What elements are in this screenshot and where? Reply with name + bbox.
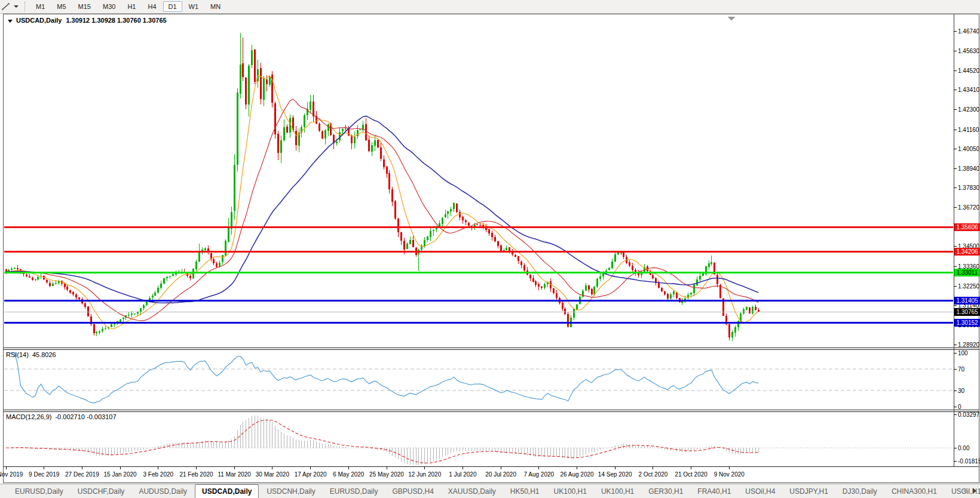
date-label: 20 Jul 2020 [485,471,516,478]
date-label: 9 Dec 2019 [29,471,59,478]
price-tick-label: 1.36720 [958,204,979,211]
price-tick-label: 1.43410 [958,87,979,93]
price-tick-label: 1.45630 [958,48,979,54]
timeframe-button-mn[interactable]: MN [205,1,226,12]
macd-axis-label: 0.032972 [958,411,980,418]
tab-hk50-h1[interactable]: HK50,H1 [504,484,546,498]
price-tick-label: 1.46740 [958,28,979,35]
tab-usdcnh-daily[interactable]: USDCNH,Daily [260,484,321,498]
tab-scroll-left-icon[interactable] [963,488,967,494]
tab-china300-h1[interactable]: CHINA300,H1 [885,484,944,498]
tab-eurusd-daily[interactable]: EURUSD,Daily [323,484,385,498]
timeframe-button-m30[interactable]: M30 [97,1,121,12]
price-tag: 1.30765 [954,308,980,316]
price-tick-label: 1.32250 [958,283,979,290]
timeframe-button-h1[interactable]: H1 [122,1,141,12]
tab-eurusd-daily[interactable]: EURUSD,Daily [8,484,70,498]
price-tag: 1.33011 [954,269,980,276]
tab-gbpusd-h4[interactable]: GBPUSD,H4 [385,484,440,498]
date-label: 11 Mar 2020 [218,471,250,478]
macd-name: MACD(12,26,9) [6,413,51,420]
date-label: 26 Aug 2020 [560,471,593,478]
timeframe-button-w1[interactable]: W1 [183,1,204,12]
timeframe-button-d1[interactable]: D1 [163,1,182,12]
tab-uk100-h1[interactable]: UK100,H1 [547,484,593,498]
date-label: 7 Aug 2020 [523,471,554,478]
chart-shift-marker-icon [728,17,735,21]
date-label: 3 Feb 2020 [143,471,173,478]
date-label: 9 Nov 2020 [714,471,745,478]
tab-scroll-arrows [963,488,976,494]
price-tag: 1.31405 [954,297,980,305]
chart-canvas[interactable] [0,0,980,498]
tab-uk100-h1[interactable]: UK100,H1 [595,484,641,498]
price-tag: 1.34206 [954,248,980,256]
chart-ohlc-values: 1.30912 1.30928 1.30760 1.30765 [66,17,166,24]
timeframe-button-m15[interactable]: M15 [73,1,96,12]
timeframe-toolbar: M1M5M15M30H1H4D1W1MN [30,1,226,12]
date-label: 21 Feb 2020 [179,471,213,478]
price-tick-label: 1.44520 [958,67,979,74]
rsi-axis-label: 70 [958,366,964,373]
rsi-axis-label: 30 [958,388,964,394]
tab-usdcad-daily[interactable]: USDCAD,Daily [195,484,259,498]
draw-tool-group [0,2,19,11]
macd-values: -0.002710 -0.003107 [55,413,116,420]
chart-window: USDCAD,Daily1.30912 1.30928 1.30760 1.30… [0,0,980,498]
top-toolbar: M1M5M15M30H1H4D1W1MN [0,0,980,14]
rsi-name: RSI(14) [6,351,29,358]
price-tick-label: 1.38940 [958,165,979,172]
macd-label: MACD(12,26,9)-0.002710 -0.003107 [6,413,117,420]
date-label: 27 Dec 2019 [65,471,99,478]
price-tick-label: 1.42300 [958,106,979,113]
date-label: 17 Apr 2020 [295,471,327,478]
tab-usoil-h4[interactable]: USOil,H4 [739,484,782,498]
price-tick-label: 1.41160 [958,127,979,133]
price-tick-label: 1.28920 [958,342,979,348]
tab-usdjpy-h1[interactable]: USDJPY,H1 [783,484,834,498]
price-tag: 1.35606 [954,223,980,231]
rsi-axis-label: 100 [958,350,968,356]
price-tick-label: 1.37830 [958,185,979,191]
tab-dj30-daily[interactable]: DJ30,Daily [836,484,884,498]
tab-ger30-h1[interactable]: GER30,H1 [642,484,690,498]
timeframe-button-m1[interactable]: M1 [30,1,50,12]
date-label: 25 May 2020 [369,471,404,478]
chart-title: USDCAD,Daily1.30912 1.30928 1.30760 1.30… [8,17,167,24]
date-label: 12 Jun 2020 [408,471,441,478]
instrument-tabbar: EURUSD,DailyUSDCHF,DailyAUDUSD,DailyUSDC… [0,484,980,498]
tab-xauusd-daily[interactable]: XAUUSD,Daily [442,484,503,498]
date-label: 1 Jul 2020 [449,471,476,478]
toolbar-grip[interactable] [24,2,25,11]
price-tick-label: 1.40050 [958,146,979,152]
date-label: 21 Oct 2020 [675,471,707,478]
macd-axis-label: -0.018154 [958,458,980,465]
macd-axis-label: 0.00 [958,445,969,451]
dropdown-arrow-icon[interactable] [14,5,19,8]
chart-dropdown-icon[interactable] [8,20,13,23]
rsi-axis-label: 0 [958,404,961,410]
draw-tool-icon[interactable] [1,2,11,11]
tab-usdchf-daily[interactable]: USDCHF,Daily [71,484,131,498]
rsi-value: 45.8026 [32,351,56,358]
timeframe-button-m5[interactable]: M5 [51,1,71,12]
date-label: 20 Nov 2019 [0,471,23,478]
tab-scroll-right-icon[interactable] [973,488,976,494]
date-label: 6 May 2020 [333,471,364,478]
tab-fra40-h1[interactable]: FRA40,H1 [691,484,737,498]
timeframe-button-h4[interactable]: H4 [142,1,161,12]
tab-audusd-daily[interactable]: AUDUSD,Daily [132,484,194,498]
date-label: 2 Oct 2020 [638,471,667,478]
date-label: 14 Sep 2020 [598,471,632,478]
chart-symbol: USDCAD,Daily [16,17,62,24]
date-label: 30 Mar 2020 [256,471,289,478]
date-label: 15 Jan 2020 [104,471,137,478]
price-tag: 1.30152 [954,319,980,327]
rsi-label: RSI(14)45.8026 [6,351,56,358]
